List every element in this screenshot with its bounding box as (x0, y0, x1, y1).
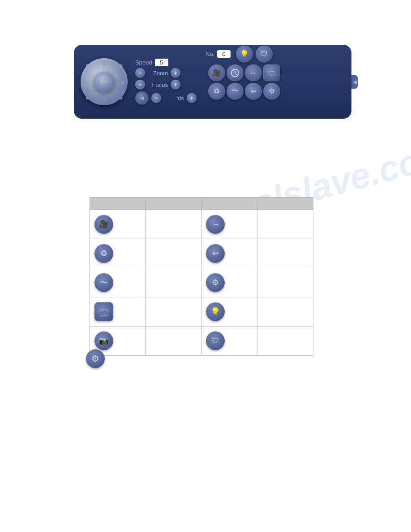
gear-button[interactable]: ⚙ (263, 83, 280, 100)
no-value[interactable]: 0 (217, 50, 231, 58)
tbl-return-icon[interactable]: ↩ (206, 244, 225, 263)
shield-camera-icon-button[interactable]: 🛡 (256, 46, 273, 63)
controls-area: Speed 5 − Zoom + − Focus + 🖱 − Iris + (135, 59, 197, 105)
table-cell-2-2 (146, 239, 201, 268)
zoom-minus-button[interactable]: − (135, 68, 145, 78)
tbl-shield-cam-icon[interactable]: 📷 (94, 331, 113, 350)
zoom-row: − Zoom + (135, 68, 197, 78)
joystick-bl-arrow: ◣ (86, 96, 89, 100)
table-header-2 (146, 197, 201, 210)
table-row: 🎥 ↔ (90, 210, 313, 239)
table-cell-1-2 (146, 210, 201, 239)
focus-minus-button[interactable]: − (135, 80, 145, 90)
tbl-arrows-h-icon[interactable]: ↔ (206, 215, 225, 234)
table-row: 📷 🛡 (90, 326, 313, 356)
table-cell-1-3: ↔ (201, 210, 257, 239)
iris-plus-button[interactable]: + (187, 93, 197, 103)
icon-grid: 🎥 ↔ ⬚ ♻ 〜 ↩ ⚙ (208, 64, 280, 118)
table-row: ♻ ↩ (90, 239, 313, 268)
tbl-video-icon[interactable]: 🎥 (94, 215, 113, 234)
table-row: ⬚ 💡 (90, 297, 313, 326)
table-cell-2-3: ↩ (201, 239, 257, 268)
bottom-gear-icon[interactable]: ⚙ (86, 349, 105, 368)
mouse-button[interactable]: 🖱 (135, 91, 149, 105)
joystick-center[interactable]: SIT (94, 71, 115, 93)
table-cell-4-4 (257, 297, 313, 326)
tbl-wave-icon[interactable]: 〜 (94, 273, 113, 292)
tbl-scan-rect-icon[interactable]: ⬚ (94, 302, 113, 321)
joystick-tr-arrow: ◥ (120, 64, 122, 68)
joystick-left-arrow: ◀ (83, 79, 87, 84)
tbl-recycle-icon[interactable]: ♻ (94, 244, 113, 263)
table-cell-3-3: ⚙ (201, 268, 257, 297)
no-label: No. (206, 51, 214, 57)
no-row: No. 0 💡 🛡 (206, 46, 273, 63)
table-cell-4-2 (146, 297, 201, 326)
tbl-bulb-icon[interactable]: 💡 (206, 302, 225, 321)
table-cell-5-3: 🛡 (201, 326, 257, 356)
zoom-plus-button[interactable]: + (171, 68, 180, 78)
video-record-button[interactable]: 🎥 (208, 64, 225, 82)
iris-row: 🖱 − Iris + (135, 91, 197, 105)
table-cell-3-1: 〜 (90, 268, 146, 297)
joystick-outer[interactable]: ◤ ◥ ◀ ▶ ◣ ◢ SIT (81, 58, 128, 105)
bulb-icon-button[interactable]: 💡 (236, 46, 253, 63)
return-button[interactable]: ↩ (245, 83, 262, 100)
tbl-shield-sq-icon[interactable]: 🛡 (206, 331, 225, 350)
scan-rect-button[interactable]: ⬚ (263, 64, 280, 82)
number-area: No. 0 💡 🛡 🎥 ↔ ⬚ ♻ 〜 ↩ ⚙ (206, 46, 280, 118)
speed-value[interactable]: 5 (155, 59, 168, 66)
focus-plus-button[interactable]: + (171, 80, 180, 90)
waypoints-button[interactable] (227, 64, 244, 82)
joystick-br-arrow: ◢ (120, 96, 122, 100)
focus-label: Focus (148, 82, 168, 88)
table-header-1 (90, 197, 146, 210)
iris-minus-button[interactable]: − (151, 93, 161, 103)
table-cell-5-2 (146, 326, 201, 356)
table-header-4 (257, 197, 313, 210)
table-cell-3-2 (146, 268, 201, 297)
recycle-button[interactable]: ♻ (208, 83, 225, 100)
joystick-area[interactable]: ◤ ◥ ◀ ▶ ◣ ◢ SIT (81, 58, 128, 105)
table-cell-2-4 (257, 239, 313, 268)
table-cell-1-4 (257, 210, 313, 239)
icon-reference-table: 🎥 ↔ ♻ ↩ 〜 ⚙ (90, 197, 313, 356)
table-header-3 (201, 197, 257, 210)
table-row: 〜 ⚙ (90, 268, 313, 297)
table-cell-4-1: ⬚ (90, 297, 146, 326)
tbl-gear-icon[interactable]: ⚙ (206, 273, 225, 292)
table-cell-4-3: 💡 (201, 297, 257, 326)
arrows-h-button[interactable]: ↔ (245, 64, 262, 82)
table-cell-2-1: ♻ (90, 239, 146, 268)
table-cell-3-4 (257, 268, 313, 297)
speed-label: Speed (135, 59, 152, 66)
zoom-label: Zoom (148, 70, 168, 77)
table-cell-1-1: 🎥 (90, 210, 146, 239)
focus-row: − Focus + (135, 80, 197, 90)
ptz-panel: ◤ ◥ ◀ ▶ ◣ ◢ SIT Speed 5 − Zoom + − Focus… (74, 45, 351, 119)
wave-button[interactable]: 〜 (227, 83, 244, 100)
joystick-label: SIT (101, 80, 108, 84)
table-cell-5-4 (257, 326, 313, 356)
speed-row: Speed 5 (135, 59, 197, 66)
joystick-right-arrow: ▶ (121, 79, 125, 84)
panel-expand-arrow[interactable]: ◀ (351, 75, 358, 89)
joystick-tl-arrow: ◤ (86, 64, 89, 68)
iris-label: Iris (164, 95, 184, 102)
